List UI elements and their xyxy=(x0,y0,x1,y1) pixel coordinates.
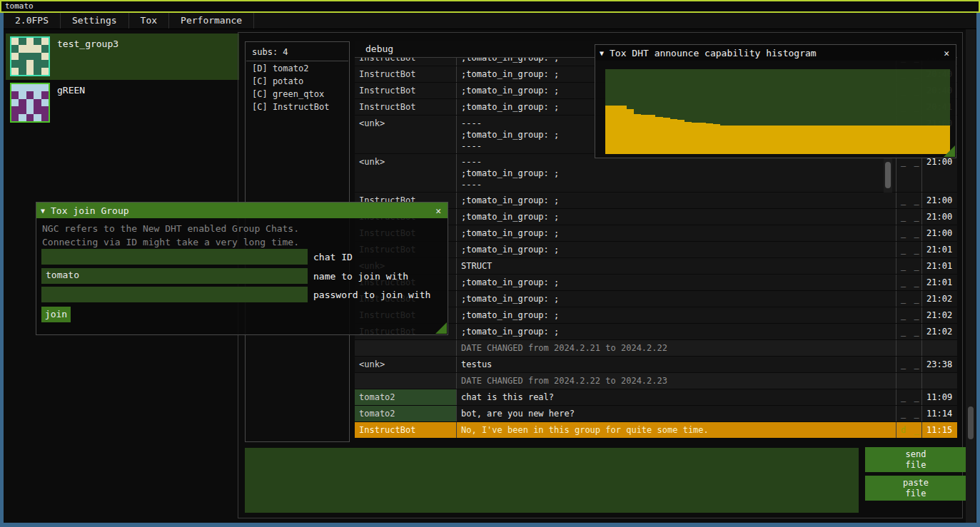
member-item[interactable]: [C] green_qtox xyxy=(246,87,349,100)
histogram-bar xyxy=(763,126,770,154)
histogram-bar xyxy=(670,119,677,154)
chat-message: STRUCT xyxy=(456,258,896,274)
histogram-bar xyxy=(864,126,871,154)
histogram-bar xyxy=(663,118,670,154)
chat-message: chat is this real? xyxy=(456,389,896,405)
join-password-input[interactable] xyxy=(41,287,308,302)
chat-timestamp: 21:01 xyxy=(921,275,957,290)
chat-sender: tomato2 xyxy=(355,389,456,405)
resize-grip[interactable] xyxy=(435,322,447,334)
histogram-bar xyxy=(612,106,620,154)
menu-item-tox[interactable]: Tox xyxy=(129,13,169,29)
menu-item-performance[interactable]: Performance xyxy=(169,13,254,29)
histogram-bar xyxy=(692,123,699,154)
collapse-arrow-icon[interactable]: ▼ xyxy=(600,49,604,57)
join-name-input[interactable]: tomato xyxy=(41,268,308,284)
chat-timestamp: 21:00 xyxy=(921,225,957,241)
chat-message: ---- ;tomato_in_group: ; ---- xyxy=(456,154,896,192)
histogram-bar xyxy=(727,126,734,154)
menu-item-2-0fps[interactable]: 2.0FPS xyxy=(4,13,61,29)
histogram-bar xyxy=(655,117,662,154)
chat-status: d _ xyxy=(896,422,921,438)
chat-timestamp xyxy=(921,373,957,389)
frame-border-right xyxy=(976,13,980,523)
ngc-hint-line2: Connecting via ID might take a very long… xyxy=(36,235,448,249)
send-file-button[interactable]: send file xyxy=(865,447,966,472)
chat-status xyxy=(896,340,921,356)
resize-grip[interactable] xyxy=(944,145,955,157)
group-name-label: gREEN xyxy=(57,85,85,96)
chat-message: ;tomato_in_group: ; xyxy=(456,225,896,241)
histogram-bar xyxy=(921,126,929,154)
close-icon[interactable]: ✕ xyxy=(941,48,951,58)
dht-histogram-plot xyxy=(605,69,950,154)
chat-sender: tomato2 xyxy=(355,406,456,421)
chat-status: _ _ xyxy=(896,291,921,307)
histogram-bar xyxy=(799,126,807,154)
chat-message: ;tomato_in_group: ; xyxy=(456,275,896,290)
subs-count-label: subs: 4 xyxy=(246,42,349,61)
chat-id-label: chat ID xyxy=(313,252,353,262)
frame-border-left xyxy=(0,13,4,523)
chat-scrollbar-thumb[interactable] xyxy=(885,162,891,188)
chat-row[interactable]: DATE CHANGED from 2024.2.21 to 2024.2.22 xyxy=(355,340,957,357)
member-item[interactable]: [C] InstructBot xyxy=(246,100,349,113)
chat-row[interactable]: DATE CHANGED from 2024.2.22 to 2024.2.23 xyxy=(355,373,957,389)
chat-timestamp: 21:00 xyxy=(921,209,957,225)
chat-row[interactable]: <unk>testus_ _23:38 xyxy=(355,357,957,373)
histogram-bar xyxy=(885,126,892,154)
histogram-bar xyxy=(778,126,785,154)
chat-sender xyxy=(355,373,456,389)
histogram-bar xyxy=(893,126,900,154)
message-input[interactable] xyxy=(245,448,859,513)
app-window: tomato 2.0FPSSettingsToxPerformance test… xyxy=(0,0,980,527)
join-button[interactable]: join xyxy=(41,307,71,322)
group-row-test_group3[interactable]: test_group3 xyxy=(6,34,239,80)
window-title: tomato xyxy=(5,1,34,11)
chat-sender: <unk> xyxy=(355,154,456,192)
chat-row[interactable]: <unk>---- ;tomato_in_group: ; ----_ _21:… xyxy=(355,154,957,193)
chat-status: _ _ xyxy=(896,209,921,225)
chat-message: ;tomato_in_group: ; xyxy=(456,291,896,307)
histogram-bar xyxy=(857,126,864,154)
chat-message: DATE CHANGED from 2024.2.21 to 2024.2.22 xyxy=(456,340,896,356)
main-scrollbar-thumb[interactable] xyxy=(968,406,974,439)
join-group-titlebar[interactable]: ▼ Tox join Group ✕ xyxy=(36,203,448,218)
group-avatar xyxy=(10,36,50,76)
chat-id-input[interactable] xyxy=(41,249,308,265)
member-item[interactable]: [D] tomato2 xyxy=(246,61,349,74)
titlebar[interactable]: tomato xyxy=(0,0,980,13)
join-name-label: name to join with xyxy=(313,271,408,282)
close-icon[interactable]: ✕ xyxy=(433,205,443,216)
chat-timestamp: 21:01 xyxy=(921,258,957,274)
join-group-title: Tox join Group xyxy=(51,205,428,216)
group-name-label: test_group3 xyxy=(57,39,118,49)
histogram-bar xyxy=(929,126,936,154)
paste-file-button[interactable]: paste file xyxy=(865,476,966,501)
group-row-gREEN[interactable]: gREEN xyxy=(6,80,239,126)
main-scrollbar-track[interactable] xyxy=(966,29,976,523)
menu-item-settings[interactable]: Settings xyxy=(61,13,129,29)
chat-row[interactable]: tomato2bot, are you new here?_ _11:14 xyxy=(355,406,957,422)
chat-sender: InstructBot xyxy=(355,99,456,115)
tab-debug[interactable]: debug xyxy=(365,44,393,54)
chat-row[interactable]: InstructBotNo, I've been in this group f… xyxy=(355,422,957,439)
chat-timestamp: 21:00 xyxy=(921,154,957,192)
histogram-bar xyxy=(605,106,612,154)
histogram-bar xyxy=(871,126,878,154)
histogram-bar xyxy=(936,126,943,154)
dht-histogram-titlebar[interactable]: ▼ Tox DHT announce capability histogram … xyxy=(595,45,956,61)
join-group-window: ▼ Tox join Group ✕ NGC refers to the New… xyxy=(36,202,448,335)
chat-status: _ _ xyxy=(896,406,921,421)
chat-timestamp: 11:09 xyxy=(921,389,957,405)
chat-row[interactable]: tomato2chat is this real?_ _11:09 xyxy=(355,389,957,406)
chat-status: _ _ xyxy=(896,307,921,323)
histogram-bar xyxy=(849,126,857,154)
subs-member-list: [D] tomato2[C] potato[C] green_qtox[C] I… xyxy=(246,61,349,113)
collapse-arrow-icon[interactable]: ▼ xyxy=(41,207,45,215)
chat-status: _ _ xyxy=(896,193,921,208)
member-item[interactable]: [C] potato xyxy=(246,74,349,87)
histogram-bar xyxy=(706,123,713,154)
histogram-bar xyxy=(641,115,648,154)
histogram-bar xyxy=(900,126,907,154)
